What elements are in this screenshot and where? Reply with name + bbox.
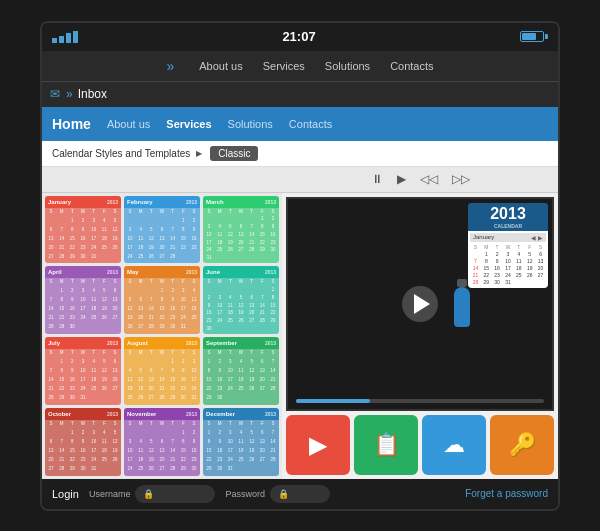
username-group: Username: [89, 485, 216, 503]
blue-nav-about[interactable]: About us: [107, 118, 150, 130]
media-controls: ⏸ ▶ ◁◁ ▷▷: [282, 172, 558, 186]
calendar-bar: Calendar Styles and Templates ▶ Classic: [42, 141, 558, 167]
clipboard-icon-tile[interactable]: 📋: [354, 415, 418, 475]
video-progress-bar[interactable]: [296, 399, 544, 403]
cw-day: 14: [470, 265, 481, 272]
phone-container: 21:07 » About us Services Solutions Cont…: [40, 21, 560, 511]
right-content: 2013 CALENDAR January ◀ ▶ S M T: [282, 193, 558, 479]
cw-day: 23: [492, 272, 503, 279]
cal-month-february: February2013SMTWTFS123456789101112131415…: [124, 196, 200, 264]
cw-day: 1: [481, 251, 492, 258]
play-icon-tile[interactable]: ▶: [286, 415, 350, 475]
battery-fill: [522, 33, 536, 40]
cloud-icon-tile[interactable]: ☁: [422, 415, 486, 475]
cw-day: 17: [503, 265, 514, 272]
cw-day: 20: [535, 265, 546, 272]
video-play-button[interactable]: [402, 286, 438, 322]
login-bar: Login Username Password Forget a passwor…: [42, 479, 558, 509]
signal-bar-3: [66, 33, 71, 43]
video-player[interactable]: 2013 CALENDAR January ◀ ▶ S M T: [286, 197, 554, 411]
calendar-grid: January2013SMTWTFS1234567891011121314151…: [42, 193, 282, 479]
main-row: January2013SMTWTFS1234567891011121314151…: [42, 193, 558, 479]
calendar-bar-text: Calendar Styles and Templates: [52, 148, 190, 159]
cal-month-august: August2013SMTWTFS12345678910111213141516…: [124, 337, 200, 405]
cal-month-april: April2013SMTWTFS123456789101112131415161…: [45, 266, 121, 334]
usb-thumb: [454, 281, 470, 327]
cw-day: 26: [524, 272, 535, 279]
cw-body: January ◀ ▶ S M T W T F S: [468, 231, 548, 288]
usb-body: [454, 287, 470, 327]
email-icon: ✉: [50, 87, 60, 101]
nav-home[interactable]: Home: [52, 116, 91, 132]
inbox-label[interactable]: Inbox: [78, 87, 107, 101]
cw-month-label: January: [473, 234, 494, 240]
classic-button[interactable]: Classic: [210, 146, 258, 161]
inbox-bar: ✉ » Inbox: [42, 81, 558, 107]
username-label: Username: [89, 489, 131, 499]
key-icon-tile[interactable]: 🔑: [490, 415, 554, 475]
key-tile-icon: 🔑: [509, 432, 536, 458]
cw-day: 13: [535, 258, 546, 265]
cw-day: 16: [492, 265, 503, 272]
password-label: Password: [225, 489, 265, 499]
cw-nav-arrows[interactable]: ◀ ▶: [531, 234, 543, 241]
classic-arrow-icon: ▶: [196, 149, 202, 158]
top-nav-solutions[interactable]: Solutions: [325, 60, 370, 72]
forward-button[interactable]: ▷▷: [452, 172, 470, 186]
cw-days-grid: 1 2 3 4 5 6 7 8 9 10 11: [470, 251, 546, 286]
content-area: Calendar Styles and Templates ▶ Classic …: [42, 141, 558, 479]
password-group: Password: [225, 485, 330, 503]
cw-day: 21: [470, 272, 481, 279]
wed-label: W: [503, 244, 514, 250]
cw-day: 27: [535, 272, 546, 279]
signal-bar-2: [59, 36, 64, 43]
play-tile-icon: ▶: [309, 431, 327, 459]
pause-button[interactable]: ⏸: [371, 172, 383, 186]
cw-day: 22: [481, 272, 492, 279]
blue-nav-contacts[interactable]: Contacts: [289, 118, 332, 130]
cal-month-march: March2013SMTWTFS123456789101112131415161…: [203, 196, 279, 264]
cw-day: 4: [513, 251, 524, 258]
signal-bar-1: [52, 38, 57, 43]
cw-day: 5: [524, 251, 535, 258]
forget-password-link[interactable]: Forget a password: [465, 488, 548, 499]
cw-day: 9: [492, 258, 503, 265]
signal-bar-4: [73, 31, 78, 43]
cw-day: 29: [481, 279, 492, 286]
thu-label: T: [513, 244, 524, 250]
cloud-tile-icon: ☁: [443, 432, 465, 458]
blue-nav: Home About us Services Solutions Contact…: [42, 107, 558, 141]
nav-arrow-icon: »: [166, 58, 174, 74]
cw-day: [470, 251, 481, 258]
time-display: 21:07: [282, 29, 315, 44]
cw-day: 10: [503, 258, 514, 265]
cw-day: 11: [513, 258, 524, 265]
cw-day: 2: [492, 251, 503, 258]
password-input[interactable]: [270, 485, 330, 503]
cw-day: 15: [481, 265, 492, 272]
blue-nav-services[interactable]: Services: [166, 118, 211, 130]
cw-days-header: S M T W T F S: [470, 244, 546, 250]
cw-day: 30: [492, 279, 503, 286]
cw-day: 25: [513, 272, 524, 279]
video-progress-fill: [296, 399, 370, 403]
top-nav-services[interactable]: Services: [263, 60, 305, 72]
cal-month-january: January2013SMTWTFS1234567891011121314151…: [45, 196, 121, 264]
sat-label: S: [535, 244, 546, 250]
blue-nav-solutions[interactable]: Solutions: [228, 118, 273, 130]
cal-month-may: May2013SMTWTFS12345678910111213141516171…: [124, 266, 200, 334]
top-nav-about[interactable]: About us: [199, 60, 242, 72]
top-nav-contacts[interactable]: Contacts: [390, 60, 433, 72]
cal-month-december: December2013SMTWTFS123456789101112131415…: [203, 408, 279, 476]
icon-tiles: ▶ 📋 ☁ 🔑: [286, 415, 554, 475]
calendar-widget: 2013 CALENDAR January ◀ ▶ S M T: [468, 203, 548, 288]
mon-label: M: [481, 244, 492, 250]
sun-label: S: [470, 244, 481, 250]
rewind-button[interactable]: ◁◁: [420, 172, 438, 186]
battery-tip: [545, 34, 548, 39]
cw-day: 28: [470, 279, 481, 286]
username-input[interactable]: [135, 485, 215, 503]
play-button-ctrl[interactable]: ▶: [397, 172, 406, 186]
clipboard-tile-icon: 📋: [373, 432, 400, 458]
battery-icon: [520, 31, 548, 42]
